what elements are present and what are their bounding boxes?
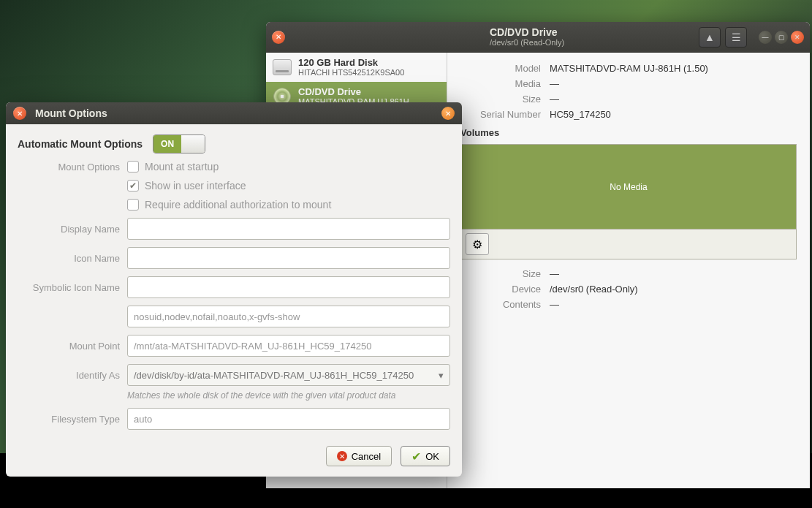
ok-button[interactable]: ✔ OK: [401, 446, 450, 466]
eject-icon: ▲: [705, 31, 715, 43]
mount-options-line-input[interactable]: [127, 306, 450, 327]
identify-as-combobox[interactable]: /dev/disk/by-id/ata-MATSHITADVD-RAM_UJ-8…: [127, 364, 450, 386]
label-size: Size: [460, 94, 541, 105]
label-media: Media: [460, 78, 541, 89]
maximize-icon[interactable]: ▢: [775, 31, 788, 44]
icon-name-input[interactable]: [127, 247, 450, 269]
window-subtitle: /dev/sr0 (Read-Only): [490, 38, 564, 48]
value-size: —: [550, 94, 559, 105]
chevron-down-icon: ▾: [439, 370, 444, 381]
dialog-title: Mount Options: [35, 107, 107, 119]
hamburger-icon: ☰: [732, 31, 741, 43]
minimize-icon[interactable]: —: [759, 31, 772, 44]
checkbox-label: Require additional authorization to moun…: [145, 199, 331, 211]
checkbox-label: Mount at startup: [145, 161, 219, 173]
button-label: Cancel: [352, 451, 381, 462]
label-contents: Contents: [460, 299, 541, 310]
no-media-label: No Media: [610, 182, 647, 192]
dialog-titlebar: ✕ Mount Options ✕: [6, 102, 462, 124]
filesystem-type-input[interactable]: [127, 408, 450, 430]
label-vol-size: Size: [460, 268, 541, 279]
close-icon[interactable]: ✕: [441, 107, 455, 120]
harddisk-icon: [273, 59, 292, 75]
eject-button[interactable]: ▲: [699, 27, 721, 48]
switch-knob: [181, 135, 205, 153]
automatic-mount-label: Automatic Mount Options: [18, 138, 143, 150]
value-contents: —: [550, 299, 559, 310]
automatic-mount-switch[interactable]: ON: [153, 134, 205, 153]
volume-box[interactable]: No Media: [460, 144, 797, 229]
symbolic-icon-name-input[interactable]: [127, 276, 450, 298]
checkbox-label: Show in user interface: [145, 180, 246, 192]
cancel-button[interactable]: ✕ Cancel: [326, 446, 392, 466]
value-serial: HC59_174250: [550, 109, 611, 120]
close-icon[interactable]: ✕: [13, 107, 26, 120]
label-symbolic-icon-name: Symbolic Icon Name: [18, 282, 120, 293]
sidebar-item-label: CD/DVD Drive: [298, 87, 409, 97]
label-model: Model: [460, 63, 541, 74]
checkbox-show-in-ui[interactable]: [127, 180, 139, 192]
label-display-name: Display Name: [18, 224, 120, 235]
sidebar-item-harddisk[interactable]: 120 GB Hard Disk HITACHI HTS542512K9SA00: [266, 53, 447, 82]
cancel-icon: ✕: [337, 451, 347, 461]
combobox-value: /dev/disk/by-id/ata-MATSHITADVD-RAM_UJ-8…: [134, 370, 414, 381]
identify-as-help: Matches the whole disk of the device wit…: [127, 390, 450, 401]
label-icon-name: Icon Name: [18, 253, 120, 264]
value-model: MATSHITADVD-RAM UJ-861H (1.50): [550, 63, 708, 74]
volume-options-button[interactable]: ⚙: [466, 233, 489, 255]
sidebar-item-sub: HITACHI HTS542512K9SA00: [298, 68, 404, 77]
sidebar-item-label: 120 GB Hard Disk: [298, 58, 404, 68]
label-mount-point: Mount Point: [18, 341, 120, 352]
value-vol-size: —: [550, 268, 559, 279]
mount-options-dialog: ✕ Mount Options ✕ Automatic Mount Option…: [6, 102, 462, 477]
titlebar: ✕ CD/DVD Drive /dev/sr0 (Read-Only) ▲ ☰ …: [266, 22, 810, 53]
label-mount-options: Mount Options: [18, 162, 120, 173]
checkbox-mount-at-startup[interactable]: [127, 161, 139, 173]
close-icon[interactable]: ✕: [272, 31, 285, 44]
close-icon[interactable]: ✕: [791, 31, 804, 44]
volumes-header: Volumes: [460, 127, 797, 138]
value-media: —: [550, 78, 559, 89]
gears-icon: ⚙: [472, 238, 482, 251]
label-identify-as: Identify As: [18, 370, 120, 381]
button-label: OK: [425, 451, 439, 462]
value-device: /dev/sr0 (Read-Only): [550, 284, 638, 295]
window-title: CD/DVD Drive: [490, 26, 564, 38]
check-icon: ✔: [411, 450, 421, 463]
mount-point-input[interactable]: [127, 335, 450, 357]
label-device: Device: [460, 284, 541, 295]
checkbox-require-auth[interactable]: [127, 199, 139, 211]
menu-button[interactable]: ☰: [725, 27, 747, 48]
label-serial: Serial Number: [460, 109, 541, 120]
detail-pane: ModelMATSHITADVD-RAM UJ-861H (1.50) Medi…: [447, 53, 810, 488]
label-filesystem-type: Filesystem Type: [18, 414, 120, 425]
display-name-input[interactable]: [127, 218, 450, 240]
switch-on-label: ON: [153, 135, 181, 153]
volume-toolbar: ⚙: [460, 229, 797, 259]
